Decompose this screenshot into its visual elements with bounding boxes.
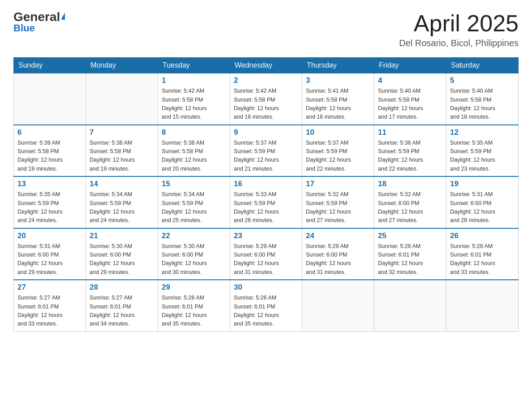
calendar-header-tuesday: Tuesday bbox=[158, 58, 230, 73]
day-info: Sunrise: 5:40 AM Sunset: 5:58 PM Dayligh… bbox=[450, 87, 515, 122]
day-number: 9 bbox=[234, 128, 298, 137]
day-number: 26 bbox=[450, 231, 515, 240]
day-number: 14 bbox=[90, 180, 154, 188]
calendar-cell: 8Sunrise: 5:38 AM Sunset: 5:58 PM Daylig… bbox=[158, 125, 230, 177]
calendar-cell: 6Sunrise: 5:39 AM Sunset: 5:58 PM Daylig… bbox=[14, 125, 86, 177]
calendar-cell: 23Sunrise: 5:29 AM Sunset: 6:00 PM Dayli… bbox=[230, 228, 302, 280]
calendar-cell: 1Sunrise: 5:42 AM Sunset: 5:58 PM Daylig… bbox=[158, 73, 230, 125]
day-info: Sunrise: 5:27 AM Sunset: 6:01 PM Dayligh… bbox=[90, 294, 154, 329]
day-number: 15 bbox=[162, 180, 226, 188]
calendar-cell: 17Sunrise: 5:32 AM Sunset: 5:59 PM Dayli… bbox=[302, 176, 374, 228]
day-number: 13 bbox=[17, 180, 82, 188]
day-number: 19 bbox=[450, 180, 515, 188]
month-title: April 2025 bbox=[399, 11, 519, 36]
calendar-cell: 12Sunrise: 5:35 AM Sunset: 5:59 PM Dayli… bbox=[446, 125, 519, 177]
day-info: Sunrise: 5:38 AM Sunset: 5:58 PM Dayligh… bbox=[162, 139, 226, 174]
day-number: 28 bbox=[90, 283, 154, 292]
calendar-header-thursday: Thursday bbox=[302, 58, 374, 73]
day-info: Sunrise: 5:28 AM Sunset: 6:01 PM Dayligh… bbox=[378, 242, 442, 277]
logo-general: General bbox=[13, 11, 60, 23]
day-number: 1 bbox=[162, 76, 226, 85]
day-number: 2 bbox=[234, 76, 298, 85]
day-info: Sunrise: 5:35 AM Sunset: 5:59 PM Dayligh… bbox=[17, 190, 82, 225]
day-info: Sunrise: 5:26 AM Sunset: 6:01 PM Dayligh… bbox=[234, 294, 298, 329]
calendar-cell: 11Sunrise: 5:36 AM Sunset: 5:59 PM Dayli… bbox=[374, 125, 446, 177]
day-number: 3 bbox=[306, 76, 370, 85]
day-info: Sunrise: 5:42 AM Sunset: 5:58 PM Dayligh… bbox=[162, 87, 226, 122]
day-info: Sunrise: 5:40 AM Sunset: 5:58 PM Dayligh… bbox=[378, 87, 442, 122]
day-number: 5 bbox=[450, 76, 515, 85]
day-info: Sunrise: 5:29 AM Sunset: 6:00 PM Dayligh… bbox=[234, 242, 298, 277]
day-number: 11 bbox=[378, 128, 442, 137]
day-info: Sunrise: 5:37 AM Sunset: 5:59 PM Dayligh… bbox=[306, 139, 370, 174]
calendar-cell: 18Sunrise: 5:32 AM Sunset: 6:00 PM Dayli… bbox=[374, 176, 446, 228]
calendar-week-row: 13Sunrise: 5:35 AM Sunset: 5:59 PM Dayli… bbox=[14, 176, 519, 228]
day-number: 25 bbox=[378, 231, 442, 240]
day-info: Sunrise: 5:31 AM Sunset: 6:00 PM Dayligh… bbox=[17, 242, 82, 277]
calendar-cell: 20Sunrise: 5:31 AM Sunset: 6:00 PM Dayli… bbox=[14, 228, 86, 280]
day-number: 20 bbox=[17, 231, 82, 240]
calendar-cell: 29Sunrise: 5:26 AM Sunset: 6:01 PM Dayli… bbox=[158, 280, 230, 331]
day-info: Sunrise: 5:32 AM Sunset: 5:59 PM Dayligh… bbox=[306, 190, 370, 225]
calendar-header-row: SundayMondayTuesdayWednesdayThursdayFrid… bbox=[14, 58, 519, 73]
day-info: Sunrise: 5:34 AM Sunset: 5:59 PM Dayligh… bbox=[162, 190, 226, 225]
calendar-header-sunday: Sunday bbox=[14, 58, 86, 73]
calendar-cell bbox=[14, 73, 86, 125]
location-title: Del Rosario, Bicol, Philippines bbox=[399, 38, 519, 48]
calendar-table: SundayMondayTuesdayWednesdayThursdayFrid… bbox=[13, 57, 519, 332]
logo-triangle-icon bbox=[61, 13, 65, 20]
day-number: 12 bbox=[450, 128, 515, 137]
calendar-header-wednesday: Wednesday bbox=[230, 58, 302, 73]
calendar-cell: 3Sunrise: 5:41 AM Sunset: 5:58 PM Daylig… bbox=[302, 73, 374, 125]
day-info: Sunrise: 5:27 AM Sunset: 6:01 PM Dayligh… bbox=[17, 294, 82, 329]
day-info: Sunrise: 5:29 AM Sunset: 6:00 PM Dayligh… bbox=[306, 242, 370, 277]
day-number: 16 bbox=[234, 180, 298, 188]
calendar-cell: 22Sunrise: 5:30 AM Sunset: 6:00 PM Dayli… bbox=[158, 228, 230, 280]
day-number: 29 bbox=[162, 283, 226, 292]
calendar-header-monday: Monday bbox=[86, 58, 158, 73]
day-info: Sunrise: 5:32 AM Sunset: 6:00 PM Dayligh… bbox=[378, 190, 442, 225]
day-number: 8 bbox=[162, 128, 226, 137]
day-number: 23 bbox=[234, 231, 298, 240]
day-number: 27 bbox=[17, 283, 82, 292]
day-info: Sunrise: 5:26 AM Sunset: 6:01 PM Dayligh… bbox=[162, 294, 226, 329]
day-number: 7 bbox=[90, 128, 154, 137]
calendar-cell bbox=[86, 73, 158, 125]
day-number: 18 bbox=[378, 180, 442, 188]
page-header: General Blue April 2025 Del Rosario, Bic… bbox=[13, 11, 519, 48]
calendar-week-row: 1Sunrise: 5:42 AM Sunset: 5:58 PM Daylig… bbox=[14, 73, 519, 125]
day-info: Sunrise: 5:35 AM Sunset: 5:59 PM Dayligh… bbox=[450, 139, 515, 174]
calendar-week-row: 20Sunrise: 5:31 AM Sunset: 6:00 PM Dayli… bbox=[14, 228, 519, 280]
day-info: Sunrise: 5:36 AM Sunset: 5:59 PM Dayligh… bbox=[378, 139, 442, 174]
day-info: Sunrise: 5:30 AM Sunset: 6:00 PM Dayligh… bbox=[162, 242, 226, 277]
calendar-cell: 27Sunrise: 5:27 AM Sunset: 6:01 PM Dayli… bbox=[14, 280, 86, 331]
day-info: Sunrise: 5:37 AM Sunset: 5:59 PM Dayligh… bbox=[234, 139, 298, 174]
calendar-cell: 7Sunrise: 5:38 AM Sunset: 5:58 PM Daylig… bbox=[86, 125, 158, 177]
calendar-cell: 16Sunrise: 5:33 AM Sunset: 5:59 PM Dayli… bbox=[230, 176, 302, 228]
calendar-cell: 30Sunrise: 5:26 AM Sunset: 6:01 PM Dayli… bbox=[230, 280, 302, 331]
logo: General Blue bbox=[13, 11, 65, 33]
day-info: Sunrise: 5:38 AM Sunset: 5:58 PM Dayligh… bbox=[90, 139, 154, 174]
day-number: 22 bbox=[162, 231, 226, 240]
calendar-header-saturday: Saturday bbox=[446, 58, 519, 73]
calendar-cell bbox=[374, 280, 446, 331]
day-info: Sunrise: 5:30 AM Sunset: 6:00 PM Dayligh… bbox=[90, 242, 154, 277]
day-number: 4 bbox=[378, 76, 442, 85]
calendar-cell: 19Sunrise: 5:31 AM Sunset: 6:00 PM Dayli… bbox=[446, 176, 519, 228]
day-number: 6 bbox=[17, 128, 82, 137]
title-block: April 2025 Del Rosario, Bicol, Philippin… bbox=[399, 11, 519, 48]
logo-blue: Blue bbox=[13, 23, 35, 33]
day-number: 24 bbox=[306, 231, 370, 240]
calendar-cell: 14Sunrise: 5:34 AM Sunset: 5:59 PM Dayli… bbox=[86, 176, 158, 228]
calendar-cell: 25Sunrise: 5:28 AM Sunset: 6:01 PM Dayli… bbox=[374, 228, 446, 280]
calendar-cell: 15Sunrise: 5:34 AM Sunset: 5:59 PM Dayli… bbox=[158, 176, 230, 228]
calendar-week-row: 6Sunrise: 5:39 AM Sunset: 5:58 PM Daylig… bbox=[14, 125, 519, 177]
calendar-cell: 26Sunrise: 5:28 AM Sunset: 6:01 PM Dayli… bbox=[446, 228, 519, 280]
day-number: 21 bbox=[90, 231, 154, 240]
day-info: Sunrise: 5:33 AM Sunset: 5:59 PM Dayligh… bbox=[234, 190, 298, 225]
calendar-cell: 13Sunrise: 5:35 AM Sunset: 5:59 PM Dayli… bbox=[14, 176, 86, 228]
calendar-cell bbox=[302, 280, 374, 331]
day-info: Sunrise: 5:31 AM Sunset: 6:00 PM Dayligh… bbox=[450, 190, 515, 225]
calendar-cell: 5Sunrise: 5:40 AM Sunset: 5:58 PM Daylig… bbox=[446, 73, 519, 125]
calendar-cell: 10Sunrise: 5:37 AM Sunset: 5:59 PM Dayli… bbox=[302, 125, 374, 177]
